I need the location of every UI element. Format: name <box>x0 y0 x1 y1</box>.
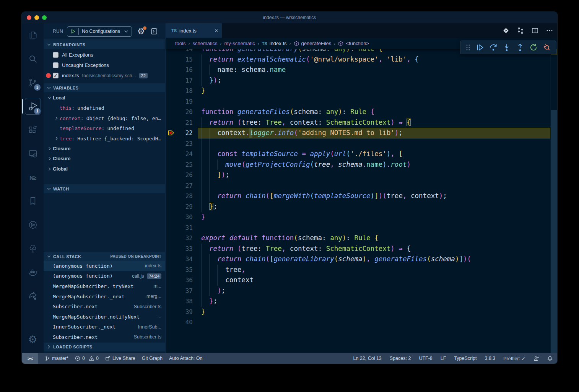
call-stack-frame-row[interactable]: MergeMapSubscriber._nextmerg... <box>44 291 165 302</box>
status-item-bell[interactable] <box>547 356 553 361</box>
checkbox-icon[interactable] <box>53 52 59 58</box>
activity-tests[interactable] <box>22 237 44 260</box>
code-text: }; <box>201 202 217 212</box>
code-token: ( <box>330 150 334 158</box>
breadcrumb-item[interactable]: TSindex.ts <box>262 41 287 46</box>
status-item-3-8-3[interactable]: 3.8.3 <box>485 356 495 361</box>
code-line: 39} <box>166 307 550 317</box>
continue-icon[interactable] <box>476 43 484 52</box>
step-into-icon[interactable] <box>503 43 511 52</box>
code-token: ( <box>241 161 246 168</box>
close-window-button[interactable] <box>27 15 31 20</box>
step-out-icon[interactable] <box>516 43 524 52</box>
frame-file-name: InnerSub... <box>138 324 161 330</box>
activity-extensions[interactable] <box>22 118 44 142</box>
editor-scrollbar[interactable] <box>550 49 557 353</box>
status-item-feedback[interactable] <box>533 356 539 361</box>
status-item--[interactable]: 0 <box>89 356 99 361</box>
restart-icon[interactable] <box>529 43 538 52</box>
frame-file-name: Subscriber.ts <box>134 304 161 309</box>
activity-debug[interactable]: 1 <box>22 94 44 118</box>
more-actions-icon[interactable] <box>546 27 553 34</box>
status-item-utf-8[interactable]: UTF-8 <box>419 356 432 361</box>
tab-index-ts[interactable]: TS index.ts × <box>166 23 222 38</box>
breadcrumb-item[interactable]: <function> <box>338 41 369 46</box>
call-stack-frame-row[interactable]: Subscriber.nextSubscriber.ts <box>44 332 165 342</box>
breakpoint-row[interactable]: ✓index.tstools/schematics/my-sch...22 <box>44 70 165 81</box>
status-item-lf[interactable]: LF <box>441 356 446 361</box>
status-item-auto-attach-on[interactable]: Auto Attach: On <box>169 356 203 361</box>
status-item-text: Prettier: ✓ <box>503 356 525 361</box>
maximize-window-button[interactable] <box>42 15 47 20</box>
call-stack-frame-row[interactable]: (anonymous function)call.js74:24 <box>44 271 165 281</box>
activity-gitgraph[interactable] <box>22 213 44 237</box>
step-over-icon[interactable] <box>489 43 498 52</box>
split-editor-icon[interactable] <box>531 27 539 34</box>
section-variables[interactable]: VARIABLES <box>44 83 165 92</box>
activity-scm[interactable]: 3 <box>22 71 44 94</box>
run-label: RUN <box>53 29 63 34</box>
open-changes-icon[interactable] <box>502 27 510 34</box>
call-stack-frame-row[interactable]: MergeMapSubscriber.notifyNext... <box>44 312 165 322</box>
call-stack-frame-row[interactable]: (anonymous function)index.ts <box>44 261 165 271</box>
checkbox-icon[interactable]: ✓ <box>53 73 59 78</box>
activity-search[interactable] <box>22 47 44 71</box>
variable-row[interactable]: templateSource:undefined <box>44 124 165 134</box>
status-item-git-graph[interactable]: Git Graph <box>142 356 163 361</box>
activity-bookmarks[interactable] <box>22 189 44 213</box>
chevron-down-icon <box>124 29 128 34</box>
activity-remote[interactable] <box>22 142 44 166</box>
close-icon[interactable]: × <box>211 28 218 34</box>
status-item-prettier-[interactable]: Prettier: ✓ <box>503 356 525 361</box>
disconnect-icon[interactable] <box>543 43 551 52</box>
code-token <box>306 150 310 158</box>
status-item-master-[interactable]: master* <box>45 356 68 361</box>
activity-settings[interactable]: ⚙ <box>22 326 44 353</box>
section-watch[interactable]: WATCH <box>44 184 165 193</box>
section-call-stack[interactable]: CALL STACKPAUSED ON BREAKPOINT <box>44 252 165 261</box>
activity-share[interactable] <box>22 284 44 308</box>
variable-row[interactable]: this:undefined <box>44 103 165 114</box>
activity-nx[interactable]: N≥ <box>22 166 44 189</box>
compare-changes-icon[interactable] <box>517 27 524 34</box>
status-item-typescript[interactable]: TypeScript <box>454 356 477 361</box>
variable-scope-row[interactable]: Closure <box>44 144 165 154</box>
variable-row[interactable]: context:Object {debug: false, en… <box>44 113 165 124</box>
code-area[interactable]: 14function generateLibrary(schema: any):… <box>166 23 550 353</box>
breakpoint-row[interactable]: All Exceptions <box>44 50 165 60</box>
variable-scope-row[interactable]: Closure <box>44 154 165 164</box>
debug-console-icon[interactable] <box>150 28 158 35</box>
launch-configuration-dropdown[interactable]: No Configurations <box>67 26 132 37</box>
activity-docker[interactable] <box>22 260 44 284</box>
variable-scope-row[interactable]: Global <box>44 164 165 174</box>
breadcrumb-item[interactable]: generateFiles <box>294 41 332 46</box>
status-item-live-share[interactable]: Live Share <box>105 356 135 361</box>
status-item-spaces-2[interactable]: Spaces: 2 <box>390 356 411 361</box>
activity-explorer[interactable] <box>22 23 44 47</box>
start-debugging-icon[interactable] <box>70 29 76 34</box>
breadcrumb-item[interactable]: my-schematic <box>224 41 255 46</box>
checkbox-icon[interactable] <box>53 62 59 68</box>
section-loaded-scripts[interactable]: LOADED SCRIPTS <box>44 342 165 351</box>
variable-row[interactable]: tree:HostTree {_backend: ScopedH… <box>44 133 165 144</box>
code-token: any <box>330 234 342 242</box>
status-item-text: master* <box>52 356 68 361</box>
breakpoint-row[interactable]: Uncaught Exceptions <box>44 60 165 70</box>
section-breakpoints[interactable]: BREAKPOINTS <box>44 40 165 49</box>
status-item-text: 0 <box>82 356 85 361</box>
line-number: 29 <box>176 202 193 212</box>
configure-gear-icon[interactable]: ⚙ <box>137 27 145 36</box>
variable-scope-row[interactable]: Local <box>44 93 165 103</box>
call-stack-frame-row[interactable]: Subscriber.nextSubscriber.ts <box>44 301 165 312</box>
call-stack-frame-row[interactable]: InnerSubscriber._nextInnerSub... <box>44 322 165 332</box>
minimize-window-button[interactable] <box>34 15 39 20</box>
breadcrumb-item[interactable]: schematics <box>192 41 217 46</box>
status-item-ln-22-col-13[interactable]: Ln 22, Col 13 <box>353 356 381 361</box>
remote-indicator[interactable]: >< <box>22 353 38 364</box>
code-token <box>395 245 399 252</box>
call-stack-frame-row[interactable]: MergeMapSubscriber._tryNextm... <box>44 281 165 291</box>
scrollbar-slider[interactable] <box>551 110 557 363</box>
status-item--[interactable]: 0 <box>75 356 85 361</box>
breadcrumb-item[interactable]: tools <box>175 41 185 46</box>
code-token <box>201 55 209 63</box>
